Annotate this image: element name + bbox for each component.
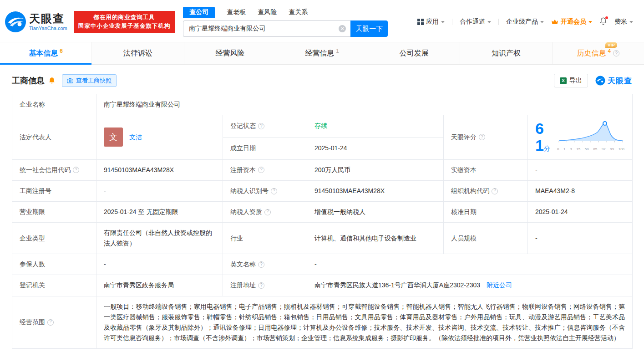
- company-tabs: 基本信息 6 法律诉讼 经营风险 经营信息 1 公司发展 知识产权 历史信息 4…: [0, 42, 644, 65]
- table-row: 法定代表人 文 文洁 登记状态 存续 天眼评分: [12, 115, 633, 138]
- nav-item-partner[interactable]: 合作通道: [460, 18, 491, 26]
- tab-operation-risk-label: 经营风险: [215, 49, 244, 58]
- company-name-value: 南宁星耀终端商业有限公司: [96, 94, 633, 115]
- tab-history-count: 4: [608, 48, 611, 54]
- section-actions: 导出 天眼查: [554, 74, 632, 87]
- help-icon[interactable]: [479, 134, 485, 140]
- search-block: 查公司 查老板 查风险 查关系 ✕ 天眼一下: [183, 7, 388, 37]
- export-button[interactable]: 导出: [554, 74, 588, 87]
- approval-date-label: 核准日期: [444, 202, 528, 223]
- clear-search-icon[interactable]: ✕: [339, 25, 346, 32]
- score-value: 61: [535, 120, 544, 154]
- help-icon[interactable]: [264, 209, 271, 215]
- org-code-label-cell: 组织机构代码: [444, 180, 528, 201]
- tab-history-info[interactable]: 历史信息 4 VIP: [553, 42, 644, 64]
- en-name-label-cell: 英文名称: [223, 254, 307, 275]
- taxpayer-id-label-cell: 纳税人识别号: [223, 180, 307, 201]
- insured-label: 参保人数: [12, 254, 96, 275]
- help-icon[interactable]: [492, 188, 498, 194]
- watermark-brand: 天眼查: [595, 76, 632, 86]
- chevron-down-icon: [487, 21, 491, 23]
- help-icon[interactable]: [258, 167, 264, 173]
- company-type-label: 企业类型: [12, 223, 96, 254]
- help-icon[interactable]: [73, 167, 79, 173]
- tab-basic-info[interactable]: 基本信息 6: [0, 42, 92, 64]
- address-label: 注册地址: [230, 280, 256, 291]
- reg-capital-label-cell: 注册资本: [223, 159, 307, 180]
- help-icon[interactable]: [258, 123, 264, 129]
- search-tab-risk[interactable]: 查风险: [258, 8, 277, 16]
- snapshot-button[interactable]: 查看工商快照: [62, 74, 117, 87]
- scope-label-cell: 经营范围: [12, 296, 96, 348]
- term-value: 2025-01-24 至 无固定期限: [96, 202, 223, 223]
- taxpayer-quality-value: 增值税一般纳税人: [307, 202, 444, 223]
- taxpayer-id-label: 纳税人识别号: [230, 186, 269, 196]
- help-icon[interactable]: [258, 261, 264, 268]
- nav-item-apps[interactable]: 应用: [417, 18, 445, 26]
- help-icon[interactable]: [613, 50, 619, 56]
- excel-icon: [560, 77, 567, 84]
- nav-item-vip[interactable]: 开通会员: [551, 18, 592, 26]
- company-name-label: 企业名称: [12, 94, 96, 115]
- nav-item-user[interactable]: 费米: [614, 18, 633, 26]
- nav-item-enterprise[interactable]: 企业级产品: [506, 18, 544, 26]
- notification-bell[interactable]: [599, 17, 607, 26]
- promo-badge: 都在用的商业查询工具 国家中小企业发展子基金旗下机构: [74, 11, 175, 33]
- authority-label: 登记机关: [12, 275, 96, 296]
- tab-basic-info-label: 基本信息: [29, 49, 58, 58]
- staff-size-value: -: [528, 223, 633, 254]
- business-info-table: 企业名称 南宁星耀终端商业有限公司 法定代表人 文 文洁 登记状态 存续: [12, 94, 633, 349]
- nav-partner-label: 合作通道: [460, 18, 485, 26]
- legal-rep-avatar[interactable]: 文: [104, 128, 123, 147]
- taxpayer-id-value: 91450103MAEA43M28X: [307, 180, 444, 201]
- tab-company-development[interactable]: 公司发展: [368, 42, 460, 64]
- staff-size-label: 人员规模: [444, 223, 528, 254]
- export-button-label: 导出: [569, 76, 582, 85]
- reg-no-label: 工商注册号: [12, 180, 96, 201]
- est-date-label: 成立日期: [223, 137, 307, 159]
- scope-label: 经营范围: [20, 317, 45, 327]
- watermark-brand-label: 天眼查: [608, 76, 632, 86]
- promo-line2: 国家中小企业发展子基金旗下机构: [78, 22, 171, 31]
- paid-capital-label: 实缴资本: [444, 159, 528, 180]
- score-label: 天眼评分: [451, 132, 477, 143]
- help-icon[interactable]: [258, 282, 264, 289]
- tab-company-development-label: 公司发展: [400, 49, 429, 58]
- subscribe-bell-icon[interactable]: [48, 77, 56, 84]
- tab-legal[interactable]: 法律诉讼: [92, 42, 184, 64]
- score-marker-dot: [603, 122, 607, 125]
- credit-code-label-cell: 统一社会信用代码: [12, 159, 96, 180]
- header-nav: 应用 合作通道 企业级产品 开通会员: [417, 17, 633, 26]
- tab-operation-risk[interactable]: 经营风险: [184, 42, 276, 64]
- table-row: 登记机关 南宁市青秀区政务服务局 注册地址 南宁市青秀区民族大道136-1号广西…: [12, 275, 633, 296]
- search-tab-boss[interactable]: 查老板: [227, 8, 246, 16]
- grid-apps-icon: [417, 19, 424, 25]
- taxpayer-quality-label-cell: 纳税人资质: [223, 202, 307, 223]
- top-header: 天眼查 TianYanCha.com 都在用的商业查询工具 国家中小企业发展子基…: [0, 0, 644, 42]
- tianyancha-logo[interactable]: 天眼查 TianYanCha.com: [5, 11, 67, 33]
- vip-badge: VIP: [605, 42, 617, 48]
- industry-value: 计算机、通信和其他电子设备制造业: [307, 223, 444, 254]
- en-name-label: 英文名称: [230, 259, 256, 270]
- legal-rep-link[interactable]: 文洁: [129, 132, 142, 143]
- help-icon[interactable]: [47, 319, 54, 326]
- table-row: 企业名称 南宁星耀终端商业有限公司: [12, 94, 633, 115]
- search-row: ✕ 天眼一下: [183, 20, 388, 37]
- address-value: 南宁市青秀区民族大道136-1号广西华润大厦A座2302-2303: [314, 281, 480, 289]
- search-tab-relation[interactable]: 查关系: [289, 8, 308, 16]
- industry-label: 行业: [223, 223, 307, 254]
- tab-intellectual-property[interactable]: 知识产权: [460, 42, 552, 64]
- tianyancha-logo-icon: [5, 11, 26, 33]
- authority-value: 南宁市青秀区政务服务局: [96, 275, 223, 296]
- tab-basic-info-count: 6: [60, 48, 63, 54]
- term-label: 营业期限: [12, 202, 96, 223]
- nearby-companies-link[interactable]: 附近公司: [487, 281, 512, 289]
- search-input[interactable]: [183, 20, 350, 37]
- search-button[interactable]: 天眼一下: [350, 20, 388, 37]
- search-tab-company[interactable]: 查公司: [183, 7, 215, 18]
- tab-operation-info[interactable]: 经营信息 1: [276, 42, 368, 64]
- reg-status-label-cell: 登记状态: [223, 115, 307, 138]
- help-icon[interactable]: [271, 188, 277, 194]
- scope-value: 一般项目：移动终端设备销售；家用电器销售；电子产品销售；照相机及器材销售；可穿戴…: [96, 296, 633, 348]
- credit-code-value: 91450103MAEA43M28X: [96, 159, 223, 180]
